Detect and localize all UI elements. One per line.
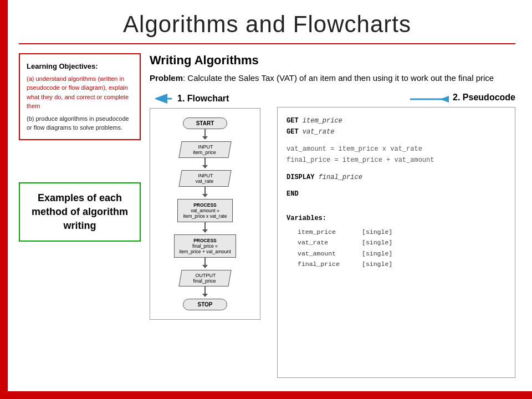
fc-process-1: PROCESS vat_amount = item_price x vat_ra… xyxy=(177,199,233,222)
learning-objectives-box: Learning Objectives: (a) understand algo… xyxy=(19,53,141,140)
flowchart-label: 1. Flowchart xyxy=(177,94,229,104)
red-bottom-accent xyxy=(0,391,532,399)
examples-box: Examples of each method of algorithm wri… xyxy=(19,182,141,242)
fc-arrow-2 xyxy=(204,158,206,166)
fc-process-2: PROCESS final_price = item_price + vat_a… xyxy=(174,234,236,258)
problem-text: Problem: Calculate the Sales Tax (VAT) o… xyxy=(150,72,515,84)
flowchart-diagram: START INPUT item_price INPUT xyxy=(150,108,260,320)
variable-vat-amount: vat_amount [single] xyxy=(298,248,506,259)
problem-description: : Calculate the Sales Tax (VAT) of an it… xyxy=(183,73,494,83)
pseudo-line-3: vat_amount = item_price x vat_rate xyxy=(287,144,506,155)
fc-arrow-3 xyxy=(204,187,206,195)
fc-input-vat-rate: INPUT vat_rate xyxy=(178,170,231,187)
variable-item-price: item_price [single] xyxy=(298,227,506,238)
pseudo-line-1: GET item_price xyxy=(287,115,506,126)
variables-section: Variables: item_price [single] vat_rate … xyxy=(287,213,506,270)
pseudocode-label: 2. Pseudocode xyxy=(453,93,515,103)
pseudo-line-2: GET vat_rate xyxy=(287,126,506,137)
learning-objectives-red-text: (a) understand algorithms (written in ps… xyxy=(27,74,133,111)
blue-arrow-icon xyxy=(155,93,175,105)
pseudocode-box: GET item_price GET vat_rate vat_amount =… xyxy=(277,107,515,378)
pseudo-blank-4 xyxy=(287,200,506,207)
fc-arrow-5 xyxy=(204,258,206,265)
pseudo-blank-1 xyxy=(287,138,506,144)
pseudo-line-6: END xyxy=(287,188,506,200)
page-title: Algorithms and Flowcharts xyxy=(19,11,515,38)
pseudo-line-5: DISPLAY final_price xyxy=(287,172,506,183)
diagrams-area: 1. Flowchart START INPUT item_price xyxy=(150,93,515,378)
pseudocode-column: 2. Pseudocode GET item_price GET vat_rat… xyxy=(277,93,515,378)
fc-input-item-price: INPUT item_price xyxy=(178,141,231,158)
sidebar: Learning Objectives: (a) understand algo… xyxy=(19,53,141,378)
variable-vat-rate: vat_rate [single] xyxy=(298,237,506,248)
content-area: Writing Algorithms Problem: Calculate th… xyxy=(150,53,515,378)
fc-output-final-price: OUTPUT final_price xyxy=(178,270,231,287)
pseudo-blank-3 xyxy=(287,183,506,188)
fc-arrow-6 xyxy=(204,287,206,294)
fc-stop: STOP xyxy=(183,299,227,310)
blue-arrow-pseudo-icon xyxy=(405,91,449,107)
examples-box-text: Examples of each method of algorithm wri… xyxy=(32,192,128,231)
red-left-accent xyxy=(0,0,8,399)
problem-label: Problem xyxy=(150,73,183,83)
variable-final-price: final_price [single] xyxy=(298,259,506,270)
title-area: Algorithms and Flowcharts xyxy=(19,11,515,44)
pseudo-line-4: final_price = item_price + vat_amount xyxy=(287,155,506,166)
fc-arrow-4 xyxy=(204,222,206,230)
variables-title: Variables: xyxy=(287,213,506,224)
writing-algorithms-title: Writing Algorithms xyxy=(150,53,515,68)
fc-arrow-1 xyxy=(204,129,206,137)
pseudo-blank-2 xyxy=(287,166,506,172)
learning-objectives-black-text: (b) produce algorithms in pseudocode or … xyxy=(27,114,133,132)
fc-start: START xyxy=(183,117,227,129)
learning-objectives-title: Learning Objectives: xyxy=(27,61,133,72)
flowchart-column: 1. Flowchart START INPUT item_price xyxy=(150,93,266,378)
variables-list: item_price [single] vat_rate [single] va… xyxy=(298,227,506,270)
